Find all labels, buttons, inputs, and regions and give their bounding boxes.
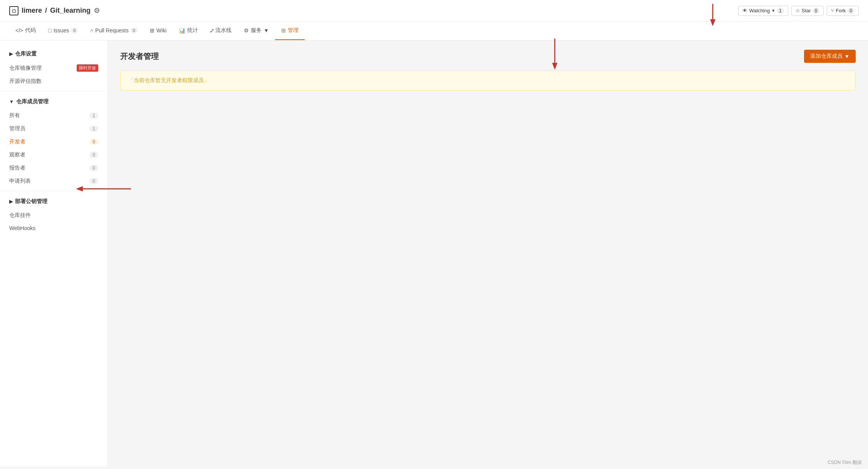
tab-code-label: 代码 — [25, 27, 36, 34]
tab-wiki[interactable]: ⊞ Wiki — [144, 22, 173, 40]
sidebar-item-developer[interactable]: 开发者 0 — [0, 135, 107, 148]
services-dropdown-icon: ▼ — [264, 27, 269, 34]
add-member-dropdown-icon: ▼ — [844, 53, 850, 59]
star-count: 0 — [813, 8, 820, 14]
pipeline-icon: ⑇ — [210, 27, 213, 34]
sidebar-observer-count: 0 — [89, 152, 98, 158]
repo-owner[interactable]: limere — [22, 7, 42, 15]
sidebar-item-reporter[interactable]: 报告者 0 — [0, 161, 107, 175]
sidebar-reporter-count: 0 — [89, 165, 98, 171]
sidebar-reporter-label: 报告者 — [9, 165, 25, 171]
sidebar-apply-list-label: 申请列表 — [9, 178, 31, 185]
empty-notice: 「当前仓库暂无开发者权限成员」 — [120, 71, 856, 91]
sidebar-item-observer[interactable]: 观察者 0 — [0, 148, 107, 161]
pr-badge: 0 — [131, 28, 138, 33]
tab-manage[interactable]: ⊞ 管理 — [275, 22, 305, 40]
sidebar-admin-count: 1 — [89, 126, 98, 132]
code-icon: </> — [15, 27, 23, 34]
tab-stats-label: 统计 — [187, 27, 198, 34]
sidebar-section-deploy-keys[interactable]: ▶ 部署公钥管理 — [0, 194, 107, 209]
repo-icon: ◻ — [9, 6, 18, 15]
tab-wiki-label: Wiki — [156, 27, 166, 34]
sidebar-admin-label: 管理员 — [9, 125, 25, 132]
repo-separator: / — [45, 7, 47, 15]
sidebar-section-repo-settings[interactable]: ▶ 仓库设置 — [0, 47, 107, 61]
page-header: 开发者管理 添加仓库成员 ▼ — [120, 50, 856, 63]
repo-title: ◻ limere / Git_learning ⚙ — [9, 6, 100, 15]
issues-badge: 0 — [71, 28, 78, 33]
sidebar-item-all[interactable]: 所有 1 — [0, 109, 107, 122]
watching-button[interactable]: 👁 Watching ▼ 1 — [738, 6, 788, 16]
tab-stats[interactable]: 📊 统计 — [173, 22, 204, 40]
sidebar-repo-mirror-label: 仓库镜像管理 — [9, 65, 42, 72]
page-title: 开发者管理 — [120, 51, 159, 62]
sidebar-developer-label: 开发者 — [9, 138, 25, 145]
tab-issues[interactable]: □ Issues 0 — [42, 22, 84, 40]
sidebar-all-label: 所有 — [9, 112, 20, 119]
tab-services[interactable]: ⚙ 服务 ▼ — [238, 22, 275, 40]
tab-pr-label: Pull Requests — [95, 27, 128, 34]
content-area: 开发者管理 添加仓库成员 ▼ 「当前仓库暂无开发者权限成员」 — [108, 40, 868, 466]
tab-pipeline[interactable]: ⑇ 流水线 — [204, 22, 238, 40]
tab-code[interactable]: </> 代码 — [9, 22, 42, 40]
nav-tabs: </> 代码 □ Issues 0 ⑃ Pull Requests 0 ⊞ Wi… — [0, 22, 868, 40]
header-actions: 👁 Watching ▼ 1 ☆ Star 0 ⑂ Fork 0 — [738, 6, 859, 16]
sidebar-divider — [0, 91, 107, 91]
sidebar-developer-count: 0 — [89, 139, 98, 145]
sidebar-deploy-keys-label: 部署公钥管理 — [15, 198, 47, 205]
sidebar-open-source-label: 开源评估指数 — [9, 78, 42, 85]
star-label: Star — [802, 8, 811, 13]
deploy-keys-arrow-icon: ▶ — [9, 199, 13, 204]
fork-icon: ⑂ — [831, 8, 834, 13]
sidebar-item-repo-mirror[interactable]: 仓库镜像管理 限时开放 — [0, 61, 107, 75]
stats-icon: 📊 — [179, 27, 185, 34]
sidebar-item-open-source-index[interactable]: 开源评估指数 — [0, 75, 107, 88]
sidebar-divider-2 — [0, 191, 107, 191]
sidebar-repo-settings-label: 仓库设置 — [15, 50, 37, 57]
tab-services-label: 服务 — [251, 27, 262, 34]
add-member-button[interactable]: 添加仓库成员 ▼ — [804, 50, 856, 63]
top-header: ◻ limere / Git_learning ⚙ 👁 Watching ▼ 1… — [0, 0, 868, 22]
sidebar-item-apply-list[interactable]: 申请列表 0 — [0, 175, 107, 188]
sidebar-item-webhooks2[interactable]: WebHooks — [0, 222, 107, 234]
gear-icon[interactable]: ⚙ — [94, 7, 100, 15]
services-icon: ⚙ — [244, 27, 249, 34]
add-member-label: 添加仓库成员 — [810, 53, 843, 60]
wiki-icon: ⊞ — [150, 27, 154, 34]
sidebar-item-admin[interactable]: 管理员 1 — [0, 122, 107, 135]
fork-button[interactable]: ⑂ Fork 0 — [827, 6, 859, 16]
tab-issues-label: Issues — [54, 27, 69, 34]
main-layout: ▶ 仓库设置 仓库镜像管理 限时开放 开源评估指数 ▼ 仓库成员管理 所有 1 … — [0, 40, 868, 466]
sidebar-apply-list-count: 0 — [89, 178, 98, 184]
star-button[interactable]: ☆ Star 0 — [791, 6, 824, 16]
sidebar-section-member-management[interactable]: ▼ 仓库成员管理 — [0, 94, 107, 109]
sidebar-webhooks-label: 仓库挂件 — [9, 212, 31, 219]
sidebar-item-webhooks[interactable]: 仓库挂件 — [0, 209, 107, 222]
sidebar: ▶ 仓库设置 仓库镜像管理 限时开放 开源评估指数 ▼ 仓库成员管理 所有 1 … — [0, 40, 108, 466]
sidebar-webhooks2-label: WebHooks — [9, 225, 35, 231]
repo-name[interactable]: Git_learning — [50, 7, 91, 15]
sidebar-all-count: 1 — [89, 113, 98, 119]
issues-icon: □ — [48, 27, 51, 34]
expanded-arrow-icon: ▼ — [9, 99, 14, 104]
footer-watermark: CSDN ©lim 翻滚 — [828, 459, 862, 466]
sidebar-member-management-label: 仓库成员管理 — [16, 98, 49, 105]
empty-notice-text: 「当前仓库暂无开发者权限成员」 — [128, 77, 209, 83]
star-icon: ☆ — [796, 8, 800, 13]
fork-label: Fork — [836, 8, 846, 13]
limited-badge: 限时开放 — [77, 64, 98, 72]
sidebar-observer-label: 观察者 — [9, 151, 25, 158]
watching-icon: 👁 — [742, 8, 747, 13]
tab-pull-requests[interactable]: ⑃ Pull Requests 0 — [84, 22, 144, 40]
collapsed-arrow-icon: ▶ — [9, 51, 13, 57]
manage-icon: ⊞ — [281, 27, 286, 34]
pr-icon: ⑃ — [90, 27, 93, 34]
watching-dropdown-icon: ▼ — [771, 8, 775, 13]
tab-manage-label: 管理 — [288, 27, 299, 34]
watching-label: Watching — [749, 8, 770, 13]
tab-pipeline-label: 流水线 — [215, 27, 232, 34]
watching-count: 1 — [777, 8, 784, 14]
fork-count: 0 — [847, 8, 855, 14]
